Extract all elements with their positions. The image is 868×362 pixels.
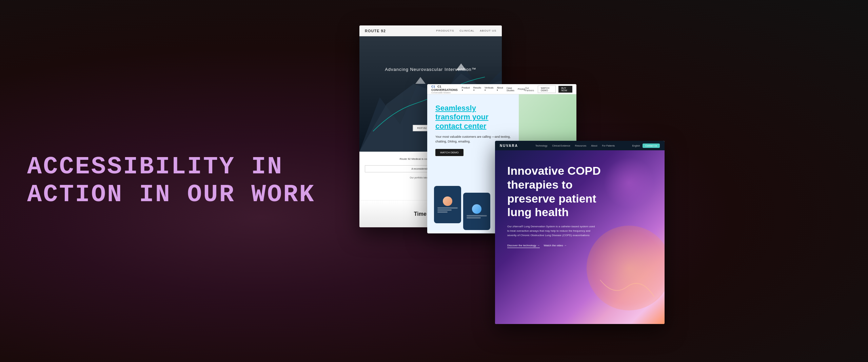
c1-nav-right: Our Partners WATCH DEMO BUY NOW bbox=[525, 85, 572, 93]
c1-logo-sub: Conversable Solution bbox=[431, 92, 462, 94]
nuvara-hero: Innovative COPD therapies to preserve pa… bbox=[495, 150, 665, 324]
c1-logo-text: C1 CONVERSATIONS bbox=[431, 85, 458, 92]
nuvara-discover-btn[interactable]: Discover the technology → bbox=[507, 244, 540, 248]
c1-chat-line-short bbox=[437, 209, 452, 211]
c1-nav-about[interactable]: About ▾ bbox=[497, 87, 503, 92]
nuvara-logo: NUVARA bbox=[500, 144, 518, 148]
c1-nav-product[interactable]: Product ▾ bbox=[462, 87, 470, 92]
c1-logo-area: C1 C1 CONVERSATIONS Conversable Solution bbox=[431, 85, 462, 94]
c1-chat-line-shorter bbox=[437, 211, 448, 213]
route92-nav-about[interactable]: ABOUT US bbox=[480, 29, 496, 32]
svg-marker-4 bbox=[415, 77, 426, 84]
c1-our-partners: Our Partners bbox=[525, 87, 535, 92]
c1-chat-lines-1 bbox=[437, 207, 458, 213]
c1-nav-links: Product ▾ Results ▾ Verticals ▾ About ▾ … bbox=[462, 87, 525, 92]
c1-avatar-2 bbox=[472, 204, 481, 214]
c1-watch-demo-nav-btn[interactable]: WATCH DEMO bbox=[538, 85, 556, 93]
route92-advancing-text: Advancing Neurovascular Intervention™ bbox=[385, 67, 476, 72]
heading-line2: ACTION IN OUR WORK bbox=[27, 181, 315, 209]
c1-nav-verticals[interactable]: Verticals ▾ bbox=[485, 87, 493, 92]
nuvara-nav-about[interactable]: About bbox=[591, 145, 597, 147]
c1-phone-area bbox=[434, 186, 490, 230]
nuvara-nav-patients[interactable]: For Patients bbox=[602, 145, 615, 147]
route92-hero-text: Advancing Neurovascular Intervention™ bbox=[359, 67, 502, 72]
c1-heading-contact: contact center bbox=[435, 122, 486, 130]
nuvara-nav-resources[interactable]: Resources bbox=[575, 145, 586, 147]
main-heading: ACCESSIBILITY IN ACTION IN OUR WORK bbox=[27, 153, 315, 209]
nuvara-lang[interactable]: English bbox=[632, 145, 640, 147]
c1-heading-transform: transform your bbox=[435, 113, 488, 121]
nuvara-hero-heading: Innovative COPD therapies to preserve pa… bbox=[507, 164, 602, 219]
c1-nav-case[interactable]: Case Studies bbox=[507, 87, 514, 92]
c1-chat-line2-short bbox=[467, 217, 481, 218]
c1-watch-demo-hero-btn[interactable]: WATCH DEMO bbox=[435, 149, 463, 156]
route92-nav-links: PRODUCTS CLINICAL ABOUT US bbox=[436, 29, 496, 32]
c1-nav-results[interactable]: Results ▾ bbox=[473, 87, 481, 92]
c1-hero-heading: Seamlessly transform your contact center bbox=[435, 104, 511, 131]
screenshots-area: ROUTE 92 PRODUCTS CLINICAL ABOUT US bbox=[359, 0, 868, 362]
c1-phone-card-1 bbox=[434, 186, 461, 223]
c1-phone-card-2 bbox=[463, 193, 490, 230]
route92-nav-clinical[interactable]: CLINICAL bbox=[459, 29, 474, 32]
c1-nav-pricing[interactable]: Pricing bbox=[518, 88, 525, 90]
nuvara-hero-sub: Our zNerva® Lung Denervation System is a… bbox=[507, 225, 595, 237]
c1-logo: C1 C1 CONVERSATIONS bbox=[431, 85, 462, 92]
route92-nav-products[interactable]: PRODUCTS bbox=[436, 29, 454, 32]
route92-nav: ROUTE 92 PRODUCTS CLINICAL ABOUT US bbox=[359, 25, 502, 36]
nuvara-contact-btn[interactable]: Contact Us bbox=[643, 144, 660, 148]
route92-logo: ROUTE 92 bbox=[365, 29, 386, 33]
c1-chat-line2 bbox=[467, 215, 487, 216]
nuvara-nav-tech[interactable]: Technology bbox=[535, 145, 547, 147]
left-text-block: ACCESSIBILITY IN ACTION IN OUR WORK bbox=[27, 153, 315, 209]
nuvara-shape-2 bbox=[604, 157, 654, 208]
nuvara-nav-links: Technology Clinical Evidence Resources A… bbox=[535, 145, 615, 147]
nuvara-video-btn[interactable]: Watch the video → bbox=[544, 244, 567, 248]
nuvara-nav-clinical[interactable]: Clinical Evidence bbox=[552, 145, 570, 147]
nuvara-nav-right: English Contact Us bbox=[632, 144, 660, 148]
c1-avatar-1 bbox=[443, 196, 452, 206]
nuvara-nav: NUVARA Technology Clinical Evidence Reso… bbox=[495, 141, 665, 150]
c1-heading-seamlessly: Seamlessly bbox=[435, 104, 476, 112]
screenshot-nuvara: NUVARA Technology Clinical Evidence Reso… bbox=[495, 141, 665, 324]
heading-line1: ACCESSIBILITY IN bbox=[27, 153, 315, 181]
c1-buy-now-btn[interactable]: BUY NOW bbox=[558, 86, 572, 93]
c1-nav: C1 C1 CONVERSATIONS Conversable Solution… bbox=[427, 84, 576, 94]
nuvara-wave-svg bbox=[593, 270, 661, 304]
c1-chat-lines-2 bbox=[467, 215, 487, 218]
c1-chat-line bbox=[437, 207, 458, 209]
